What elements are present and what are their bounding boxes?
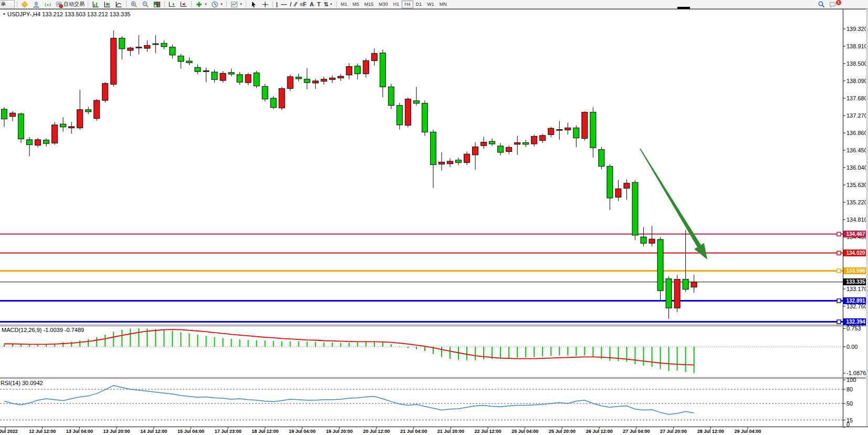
time-axis-label: 21 Jul 20:00 — [437, 429, 464, 434]
signals-icon[interactable] — [43, 1, 53, 8]
macd-axis-label: -1.0876 — [846, 370, 866, 376]
cursor-button[interactable] — [248, 1, 259, 8]
candle-body — [464, 154, 470, 162]
time-axis-label: 17 Jul 23:00 — [215, 429, 242, 434]
timeframe-m15-button[interactable]: M15 — [362, 1, 377, 8]
crosshair-button[interactable] — [260, 1, 270, 8]
time-axis-label: 26 Jul 12:00 — [586, 429, 613, 434]
candle-body — [69, 127, 75, 128]
candle-body — [363, 60, 369, 74]
candle-body — [312, 81, 318, 83]
macd-pane — [4, 328, 694, 373]
timeframe-mn-button[interactable]: MN — [437, 1, 449, 8]
profile-icon[interactable] — [31, 1, 41, 8]
separator — [191, 1, 192, 7]
candle-body — [523, 143, 529, 144]
candle-body — [607, 167, 613, 198]
timeframe-d1-button[interactable]: D1 — [413, 1, 425, 8]
line-handle[interactable] — [837, 232, 841, 236]
chevron-down-icon: ▼ — [204, 3, 207, 6]
navigator-icon[interactable] — [113, 1, 124, 8]
candle-body — [396, 106, 402, 125]
timeframe-h1-button[interactable]: H1 — [391, 1, 402, 8]
window-edge — [866, 9, 868, 427]
new-order-label: 订单 — [0, 1, 6, 8]
candle-body — [599, 149, 604, 166]
candle-body — [35, 140, 41, 145]
candlesticks — [2, 30, 697, 319]
equidistant-channel-button[interactable]: ⁄⁄ — [294, 1, 298, 8]
price-axis-label: 137.680 — [846, 95, 867, 101]
chevron-down-icon: ▼ — [330, 3, 333, 6]
line-tools-group: |—/⁄⁄≡FAT⇅▼ — [275, 1, 334, 8]
new-order-button[interactable]: 订单 — [0, 0, 15, 9]
chart-title-text: USDJPY-,H4 133.212 133.503 133.212 133.3… — [7, 11, 130, 17]
rsi-axis-label: 0 — [846, 421, 850, 428]
candle-body — [489, 141, 495, 144]
candle-body — [683, 279, 688, 289]
candle-body — [346, 67, 352, 75]
line-handle[interactable] — [837, 299, 841, 303]
timeframe-m30-button[interactable]: M30 — [376, 1, 391, 8]
candle-body — [161, 43, 167, 46]
label-button[interactable]: T — [316, 1, 322, 8]
chart-type-button[interactable]: ▼ — [229, 1, 244, 8]
text-button[interactable]: A — [309, 1, 315, 8]
line-handle[interactable] — [837, 251, 841, 255]
periods-button[interactable]: ▼ — [210, 1, 224, 8]
rsi-axis-label: 80 — [846, 386, 853, 392]
price-badge-134.467: 134.467 — [843, 231, 868, 237]
one-click-trading-arrow-icon[interactable]: ▼ — [3, 13, 6, 16]
timeframe-m5-button[interactable]: M5 — [350, 1, 362, 8]
candle-body — [657, 240, 663, 291]
vertical-line-button[interactable]: | — [275, 1, 279, 8]
candle-body — [422, 103, 428, 132]
market-watch-icon[interactable] — [90, 1, 101, 8]
candle-body — [413, 101, 419, 103]
notifications-icon[interactable]: 1 — [828, 1, 838, 8]
candle-body — [212, 72, 217, 79]
separator — [273, 1, 273, 7]
indicators-button[interactable]: ▼ — [194, 1, 208, 8]
timeframe-w1-button[interactable]: W1 — [424, 1, 437, 8]
chart-canvas[interactable] — [0, 9, 868, 435]
fibonacci-button[interactable]: ≡F — [299, 1, 308, 8]
price-lines[interactable] — [0, 234, 843, 322]
horizontal-line-button[interactable]: — — [280, 1, 288, 8]
price-axis-label: 138.910 — [846, 43, 867, 49]
time-axis-label: 14 Jul 12:00 — [140, 429, 167, 434]
macd-axis-label: 0.753 — [846, 325, 861, 332]
candle-body — [287, 77, 293, 89]
timeframe-m1-button[interactable]: M1 — [338, 1, 350, 8]
separator — [17, 1, 17, 7]
search-icon[interactable] — [816, 1, 827, 8]
candle-body — [573, 128, 579, 138]
text-button-glyph: A — [310, 1, 314, 7]
candle-body — [674, 279, 680, 308]
price-axis-label: 137.270 — [846, 112, 867, 119]
chart-title: ▼USDJPY-,H4 133.212 133.503 133.212 133.… — [3, 11, 130, 17]
arrows-button[interactable]: ⇅▼ — [323, 1, 334, 8]
candle-body — [632, 182, 638, 235]
candle-body — [666, 279, 672, 308]
tile-windows-icon[interactable] — [152, 1, 162, 8]
data-window-icon[interactable] — [102, 1, 112, 8]
candle-body — [649, 239, 655, 243]
candle-body — [548, 128, 554, 134]
candle-body — [481, 142, 487, 146]
line-handle[interactable] — [837, 320, 841, 324]
candle-body — [119, 38, 125, 49]
autotrading-button[interactable]: 自动交易 — [54, 1, 86, 8]
trendline-button[interactable]: / — [289, 1, 292, 8]
rsi-label: RSI(14) 30.0942 — [1, 380, 43, 386]
zoom-out-icon[interactable] — [140, 1, 151, 8]
candle-body — [380, 53, 385, 87]
price-axis-label: 135.630 — [846, 182, 867, 188]
chart-shift-icon[interactable] — [179, 1, 189, 8]
diamond-icon[interactable] — [19, 1, 30, 8]
line-handle[interactable] — [837, 269, 841, 273]
timeframe-h4-button[interactable]: H4 — [402, 1, 413, 8]
auto-scroll-icon[interactable] — [167, 1, 177, 8]
zoom-in-icon[interactable] — [129, 1, 139, 8]
candle-body — [203, 71, 209, 72]
